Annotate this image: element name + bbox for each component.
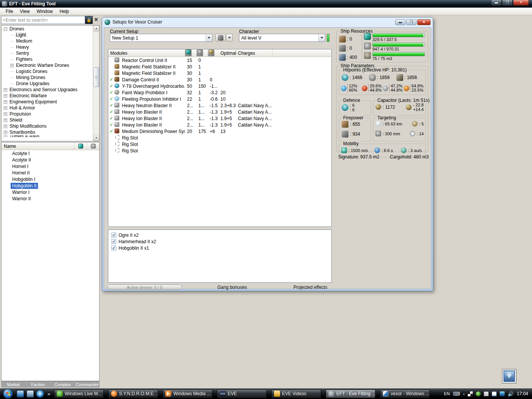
tree-expander-icon[interactable]: + <box>4 106 7 110</box>
menu-window[interactable]: Window <box>33 8 56 15</box>
list-item-warrior-ii[interactable]: Warrior II <box>2 195 99 202</box>
taskbar-button-windows-media[interactable]: ▶Windows Media ... <box>163 390 212 398</box>
tree-expander-icon[interactable]: + <box>4 135 7 137</box>
tree-item-fighters[interactable]: Fighters <box>2 56 92 62</box>
sidebar-tab-commander[interactable]: Commander <box>75 382 100 388</box>
ship-browser-button[interactable] <box>215 34 225 41</box>
tree-item-turrets-bays[interactable]: +Turrets & Bays <box>2 135 92 137</box>
volume-icon[interactable]: 🔊 <box>508 391 514 397</box>
list-item-acolyte-ii[interactable]: Acolyte II <box>2 157 99 163</box>
checkbox-checked-icon[interactable]: ✓ <box>111 245 116 250</box>
tree-item-ship-modifications[interactable]: +Ship Modifications <box>2 123 92 129</box>
start-button[interactable] <box>3 389 13 399</box>
taskbar-button-eve-videos[interactable]: EVE Videos <box>271 390 321 398</box>
module-row-rig-slot[interactable]: Rig Slot <box>108 135 331 141</box>
projected-effects-label[interactable]: Projected effects <box>293 285 327 290</box>
lock-button[interactable]: 🔒 <box>85 16 93 24</box>
setups-close-button[interactable]: ✕ <box>417 19 431 25</box>
tree-item-electronic-warfare-drones[interactable]: +Electronic Warfare Drones <box>2 62 92 68</box>
name-column-header[interactable]: Name <box>2 142 74 150</box>
tree-item-logistic-drones[interactable]: Logistic Drones <box>2 68 92 74</box>
scroll-up-icon[interactable]: ▲ <box>93 25 99 32</box>
restore-button[interactable]: ❐ <box>502 0 513 6</box>
tree-item-light[interactable]: Light <box>2 32 92 38</box>
drone-row-hobgoblin-ii-x1[interactable]: ✓Hobgoblin II x1 <box>111 245 328 251</box>
tree-item-smartbombs[interactable]: +Smartbombs <box>2 129 92 135</box>
search-input[interactable] <box>1 16 85 24</box>
tree-expander-icon[interactable]: + <box>10 64 14 67</box>
list-item-acolyte-i[interactable]: Acolyte I <box>2 150 99 157</box>
gang-bonuses-label[interactable]: Gang bonuses <box>217 285 247 290</box>
chevron-more-icon[interactable]: » <box>48 391 50 397</box>
setups-maximize-button[interactable]: ❒ <box>406 19 416 25</box>
tree-expander-icon[interactable]: + <box>4 94 7 98</box>
tree-item-medium[interactable]: Medium <box>2 38 92 44</box>
tree-expander-icon[interactable]: + <box>4 112 7 116</box>
module-row[interactable]: ✓Damage Control II3010 <box>108 76 331 83</box>
tree-expander-icon[interactable]: − <box>4 27 7 31</box>
taskbar-button-eft-eve-fitting[interactable]: EFT - Eve Fitting ... <box>326 390 375 398</box>
module-row[interactable]: ✓Heavy Neutron Blaster II2...1...-1.52.3… <box>108 102 331 109</box>
active-drones-bar[interactable]: Active drones: 5 / 5 <box>107 285 182 290</box>
current-setup-combo[interactable]: New Setup 1 <box>110 34 212 42</box>
tree-item-drone-upgrades[interactable]: Drone Upgrades <box>2 81 92 87</box>
combo-dropdown-icon[interactable] <box>318 34 325 41</box>
chevron-collapse-icon[interactable]: ‹ <box>463 391 464 397</box>
menu-help[interactable]: Help <box>56 8 73 15</box>
charges-column-header[interactable]: Charges <box>236 49 272 57</box>
module-row[interactable]: ✓Heavy Ion Blaster II2...1...-1.31.9+5Ca… <box>108 115 331 122</box>
tray-app-icon[interactable] <box>468 391 473 396</box>
module-row[interactable]: ✓Faint Warp Prohibitor I321-3.220 <box>108 89 331 96</box>
module-row[interactable]: ✓Heavy Ion Blaster II2...1...-1.31.9+5Ca… <box>108 122 331 128</box>
clear-search-button[interactable]: ✕ <box>93 16 100 24</box>
module-row[interactable]: Magnetic Field Stabilizer II301 <box>108 63 331 70</box>
taskbar-button-eve[interactable]: EVEEVE <box>217 390 267 398</box>
mail-icon[interactable] <box>484 391 489 396</box>
tree-scrollbar[interactable]: ▲ ▼ <box>93 25 99 141</box>
scrollbar-thumb[interactable] <box>93 67 99 87</box>
keyboard-icon[interactable]: ⌨ <box>453 391 460 397</box>
checkbox-checked-icon[interactable]: ✓ <box>111 239 116 244</box>
module-row[interactable]: ✓Fleeting Propulsion Inhibitor I221-0.61… <box>108 96 331 102</box>
module-row[interactable]: ✓Y-T8 Overcharged Hydrocarbo...50150-1..… <box>108 83 331 89</box>
list-item-hobgoblin-i[interactable]: Hobgoblin I <box>2 176 99 182</box>
list-item-hornet-i[interactable]: Hornet I <box>2 163 99 169</box>
internet-explorer-icon[interactable]: e <box>36 390 44 397</box>
clock[interactable]: 17:04 <box>517 391 528 396</box>
switch-windows-icon[interactable] <box>27 390 34 397</box>
tree-item-hull-armor[interactable]: +Hull & Armor <box>2 105 92 111</box>
setups-titlebar[interactable]: Setups for Vexor Cruiser ▬ ❒ ✕ <box>102 17 433 27</box>
taskbar-button-s-y-n-d-r-o-m-e[interactable]: S.Y.N.D.R.O.M.E. ... <box>108 390 158 398</box>
minimize-button[interactable]: ▬ <box>491 0 502 6</box>
close-button[interactable]: ✕ <box>513 0 529 6</box>
taskbar-button-vexor-windows[interactable]: vexor - Windows ... <box>380 390 430 398</box>
tree-item-shield[interactable]: +Shield <box>2 117 92 123</box>
main-titlebar[interactable]: EFT - Eve Fitting Tool ▬ ❐ ✕ <box>0 0 532 8</box>
tree-expander-icon[interactable]: + <box>4 100 7 104</box>
tree-item-drones[interactable]: −Drones <box>2 26 92 32</box>
module-row-rig-slot[interactable]: Rig Slot <box>108 141 331 147</box>
ship-menu-dropdown-button[interactable] <box>226 34 233 41</box>
module-row[interactable]: Magnetic Field Stabilizer II301 <box>108 70 331 76</box>
tree-item-engineering-equipment[interactable]: +Engineering Equipment <box>2 99 92 105</box>
module-row[interactable]: Reactor Control Unit II150 <box>108 57 331 63</box>
tree-item-sentry[interactable]: Sentry <box>2 50 92 56</box>
show-desktop-icon[interactable] <box>17 390 24 397</box>
tree-expander-icon[interactable]: + <box>4 119 7 122</box>
combo-dropdown-icon[interactable] <box>206 34 212 41</box>
list-item-hobgoblin-ii[interactable]: Hobgoblin II <box>2 182 99 189</box>
tree-item-propulsion[interactable]: +Propulsion <box>2 111 92 117</box>
modules-column-header[interactable]: Modules <box>108 49 185 57</box>
checkbox-checked-icon[interactable]: ✓ <box>111 233 116 238</box>
menu-view[interactable]: View <box>16 8 33 15</box>
menu-file[interactable]: File <box>2 8 16 15</box>
tree-item-electronics-and-sensor-upgrades[interactable]: +Electronics and Sensor Upgrades <box>2 87 92 93</box>
scroll-down-icon[interactable]: ▼ <box>93 135 99 141</box>
setups-minimize-button[interactable]: ▬ <box>395 19 405 25</box>
tree-expander-icon[interactable]: + <box>4 131 7 134</box>
tree-expander-icon[interactable]: + <box>4 88 7 92</box>
messenger-status-icon[interactable] <box>476 391 481 396</box>
optimal-column-header[interactable]: Optimal <box>218 49 236 57</box>
module-row[interactable]: ✓Medium Diminishing Power Sys...20175+61… <box>108 128 331 135</box>
drone-row-hammerhead-ii-x2[interactable]: ✓Hammerhead II x2 <box>111 238 328 245</box>
